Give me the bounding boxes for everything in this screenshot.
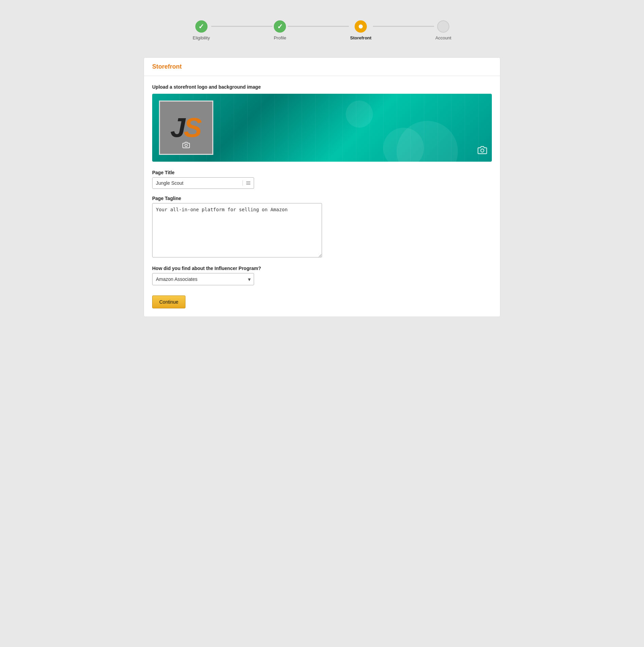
banner-camera-svg	[478, 145, 487, 155]
step-eligibility: ✓ Eligibility	[193, 20, 210, 40]
page-title-group: Page Title	[152, 170, 492, 189]
step-container: ✓ Eligibility ✓ Profile Storefront	[193, 20, 451, 40]
main-card: Storefront Upload a storefront logo and …	[144, 57, 500, 317]
step-circle-profile: ✓	[274, 20, 286, 33]
step-circle-eligibility: ✓	[195, 20, 208, 33]
banner-camera-icon[interactable]	[478, 145, 487, 157]
continue-button[interactable]: Continue	[152, 295, 185, 308]
logo-j-letter: J	[171, 114, 184, 141]
step-circle-account	[437, 20, 449, 33]
banner-circle-3	[346, 101, 373, 128]
logo-s-letter: S	[184, 114, 202, 141]
active-dot	[359, 24, 363, 29]
step-label-storefront: Storefront	[350, 35, 372, 40]
logo-camera-icon[interactable]	[182, 141, 190, 150]
camera-svg	[182, 141, 190, 149]
logo-js-text: J S	[171, 114, 202, 141]
connector-2	[288, 26, 349, 27]
step-storefront: Storefront	[350, 20, 372, 40]
page-title-input-wrapper[interactable]	[152, 177, 254, 189]
influencer-select[interactable]: Amazon Associates Social Media Friend/Co…	[152, 273, 254, 285]
step-label-profile: Profile	[274, 35, 286, 40]
card-body: Upload a storefront logo and background …	[144, 76, 500, 317]
progress-bar: ✓ Eligibility ✓ Profile Storefront	[144, 14, 500, 47]
logo-upload-box[interactable]: J S	[159, 101, 213, 155]
card-title: Storefront	[152, 63, 182, 70]
influencer-group: How did you find about the Influencer Pr…	[152, 266, 492, 285]
page-tagline-group: Page Tagline	[152, 196, 492, 259]
influencer-select-wrapper[interactable]: Amazon Associates Social Media Friend/Co…	[152, 273, 254, 285]
step-profile: ✓ Profile	[274, 20, 286, 40]
connector-3	[373, 26, 434, 27]
list-icon	[243, 180, 254, 186]
storefront-banner[interactable]: J S	[152, 94, 492, 162]
step-account: Account	[435, 20, 451, 40]
page-tagline-label: Page Tagline	[152, 196, 492, 201]
page-wrapper: ✓ Eligibility ✓ Profile Storefront	[144, 14, 500, 633]
page-tagline-input[interactable]	[152, 203, 322, 257]
step-label-account: Account	[435, 35, 451, 40]
step-circle-storefront	[355, 20, 367, 33]
list-svg	[246, 180, 251, 186]
svg-point-0	[185, 144, 187, 146]
upload-label: Upload a storefront logo and background …	[152, 84, 492, 90]
check-icon-profile: ✓	[277, 22, 283, 31]
step-label-eligibility: Eligibility	[193, 35, 210, 40]
influencer-label: How did you find about the Influencer Pr…	[152, 266, 492, 271]
svg-point-1	[481, 149, 484, 152]
connector-1	[211, 26, 272, 27]
card-header: Storefront	[144, 58, 500, 76]
page-title-input[interactable]	[153, 178, 243, 188]
page-title-label: Page Title	[152, 170, 492, 175]
check-icon-eligibility: ✓	[198, 22, 204, 31]
